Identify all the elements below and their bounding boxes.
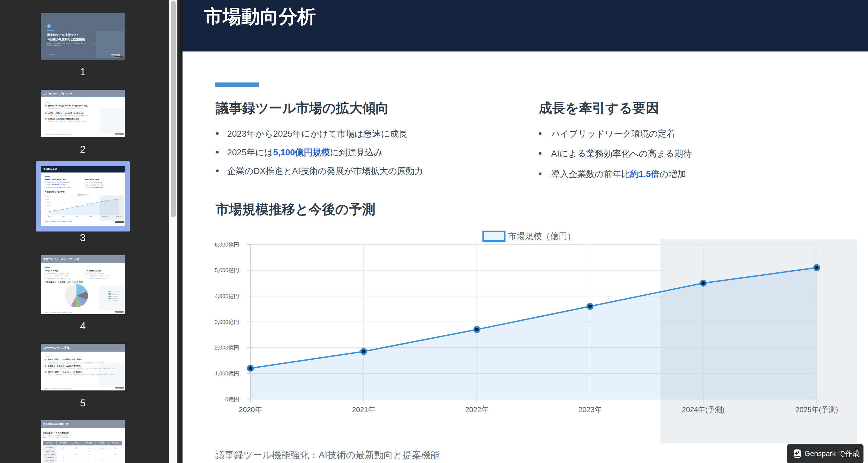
svg-text:2023年: 2023年 xyxy=(578,405,601,414)
svg-text:2022年: 2022年 xyxy=(465,405,489,414)
svg-text:0億円: 0億円 xyxy=(225,396,239,402)
svg-text:2023年: 2023年 xyxy=(89,216,92,217)
svg-text:市場規模（億円）: 市場規模（億円） xyxy=(81,194,89,196)
svg-text:2025年(予測): 2025年(予測) xyxy=(116,216,121,217)
svg-text:3,000億円: 3,000億円 xyxy=(215,319,239,325)
svg-text:6,000億円: 6,000億円 xyxy=(215,242,239,248)
svg-text:2024年(予測): 2024年(予測) xyxy=(102,216,107,217)
svg-text:3,000億円: 3,000億円 xyxy=(45,205,49,206)
svg-text:5,000億円: 5,000億円 xyxy=(215,267,239,273)
svg-text:2020年: 2020年 xyxy=(48,216,51,217)
svg-text:市場規模（億円）: 市場規模（億円） xyxy=(508,232,576,241)
svg-text:0億円: 0億円 xyxy=(47,215,49,216)
svg-text:1,000億円: 1,000億円 xyxy=(215,371,239,376)
svg-text:1,000億円: 1,000億円 xyxy=(45,211,49,212)
svg-text:2025年(予測): 2025年(予測) xyxy=(796,405,838,414)
svg-text:6,000億円: 6,000億円 xyxy=(45,196,49,197)
svg-text:4,000億円: 4,000億円 xyxy=(215,293,239,299)
svg-text:2020年: 2020年 xyxy=(239,405,262,414)
svg-text:2,000億円: 2,000億円 xyxy=(215,345,239,351)
svg-text:2021年: 2021年 xyxy=(352,405,375,414)
svg-text:2021年: 2021年 xyxy=(62,216,65,217)
svg-text:2024年(予測): 2024年(予測) xyxy=(682,405,724,414)
svg-text:4,000億円: 4,000億円 xyxy=(45,202,49,203)
svg-text:5,000億円: 5,000億円 xyxy=(45,199,49,200)
svg-text:2022年: 2022年 xyxy=(75,216,79,217)
svg-text:2,000億円: 2,000億円 xyxy=(45,209,49,209)
